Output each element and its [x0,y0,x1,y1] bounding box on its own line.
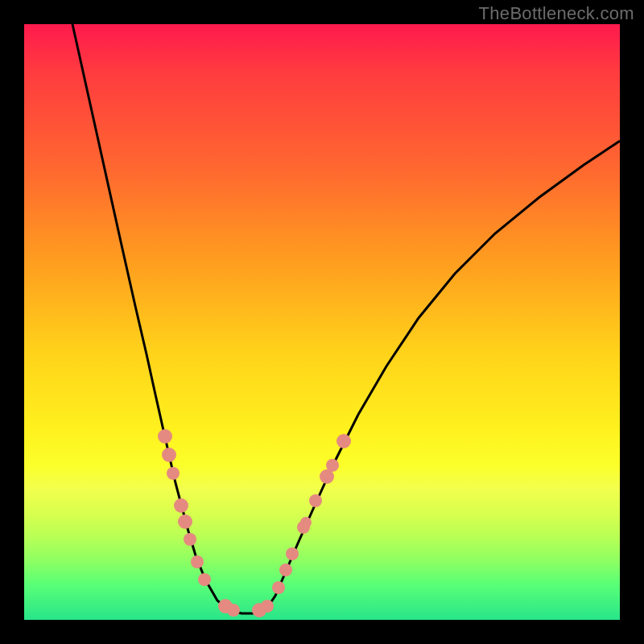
marker-point [300,517,312,528]
marker-group [158,429,351,617]
marker-point [261,600,274,613]
chart-frame [24,24,620,620]
marker-point [227,604,240,617]
marker-point [184,533,196,546]
marker-point [178,514,192,529]
marker-point [162,448,176,462]
marker-point [272,581,285,594]
marker-point [167,467,180,480]
bottleneck-chart [24,24,620,620]
marker-point [174,498,188,513]
marker-point [279,564,292,576]
marker-point [309,494,322,507]
marker-point [198,573,211,586]
marker-point [158,429,172,444]
marker-point [326,459,339,472]
marker-point [191,555,204,568]
marker-point [336,434,351,448]
curve-segment-left [72,24,229,610]
marker-point [286,547,299,560]
curve-segment-right [266,141,620,610]
watermark-text: TheBottleneck.com [479,3,634,24]
